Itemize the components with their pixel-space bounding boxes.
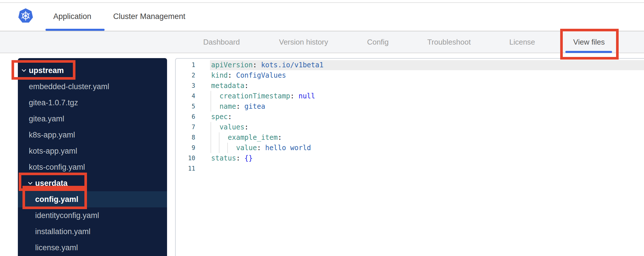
code-line-5: 5 name: gitea [176,101,644,112]
token-key: kind [211,71,228,79]
code-line-4: 4 creationTimestamp: null [176,91,644,101]
app-header: Application Cluster Management [0,3,644,31]
code-text: spec: [211,112,232,122]
tree-item-label: config.yaml [35,195,78,204]
line-number: 8 [176,132,195,143]
line-number: 2 [176,70,195,81]
token-sp [211,102,219,110]
token-key: name [219,102,236,110]
token-const: {} [240,154,253,162]
tree-item-label: gitea-1.0.7.tgz [29,98,78,107]
token-key: value [236,144,257,152]
line-number: 7 [176,122,195,132]
subnav-tab-license[interactable]: License [509,31,535,53]
chevron-down-icon [21,67,27,74]
line-number: 9 [176,143,195,153]
tree-item-identityconfig.yaml[interactable]: identityconfig.yaml [18,207,167,223]
code-line-7: 7 values: [176,122,644,132]
code-text: example_item: [211,132,282,143]
tree-item-label: kots-config.yaml [29,163,85,172]
active-header-tab-underline [46,29,105,31]
tree-item-upstream[interactable]: upstream [18,62,167,79]
tree-item-embedded-cluster.yaml[interactable]: embedded-cluster.yaml [18,79,167,95]
tree-item-label: kots-app.yaml [29,147,77,156]
chevron-down-icon [27,180,33,186]
line-number: 3 [176,81,195,91]
active-subnav-tab-underline [565,51,612,53]
token-p: : [257,144,261,152]
line-number: 1 [176,60,195,70]
token-p: : [228,71,232,79]
token-p: : [236,154,240,162]
token-p: : [253,61,257,69]
tree-item-label: userdata [35,179,68,188]
token-p: : [278,133,282,142]
file-tree-sidebar: upstreamembedded-cluster.yamlgitea-1.0.7… [18,58,167,256]
token-sp [211,92,219,100]
line-number: 5 [176,101,195,112]
tree-item-label: k8s-app.yaml [29,131,75,140]
code-line-1: 1apiVersion: kots.io/v1beta1 [176,60,644,70]
tree-item-label: gitea.yaml [29,114,64,123]
code-text: values: [211,122,249,132]
subnav-tab-label: Dashboard [203,38,240,47]
code-text: kind: ConfigValues [211,70,286,81]
token-str: hello world [261,144,311,152]
code-line-11: 11 [176,163,644,174]
token-key: values [219,123,245,131]
token-p: : [228,113,232,121]
token-sp [211,123,219,131]
subnav-tab-view-files[interactable]: View files [573,31,605,53]
tree-item-config.yaml[interactable]: config.yaml [18,191,167,207]
code-text: status: {} [211,153,253,163]
code-text: apiVersion: kots.io/v1beta1 [211,60,323,70]
line-number: 10 [176,153,195,163]
line-number: 11 [176,163,195,174]
tree-item-license.yaml[interactable]: license.yaml [18,240,167,256]
tree-item-label: embedded-cluster.yaml [29,82,109,91]
code-text: creationTimestamp: null [211,91,315,101]
code-line-10: 10status: {} [176,153,644,163]
kots-admin-console: Application Cluster Management Dashboard… [0,0,644,256]
tree-item-gitea.yaml[interactable]: gitea.yaml [18,111,167,127]
tree-item-kots-config.yaml[interactable]: kots-config.yaml [18,159,167,175]
code-line-2: 2kind: ConfigValues [176,70,644,81]
code-text: value: hello world [211,143,311,153]
code-text: name: gitea [211,101,265,112]
code-text: metadata: [211,81,249,91]
token-str: ConfigValues [232,71,286,79]
header-tab-cluster-management[interactable]: Cluster Management [113,3,185,30]
subnav-tab-label: Config [367,38,389,47]
subnav-tab-troubleshoot[interactable]: Troubleshoot [427,31,471,53]
token-sp [211,144,236,152]
file-viewer-editor[interactable]: 1apiVersion: kots.io/v1beta12kind: Confi… [175,58,644,256]
code-line-3: 3metadata: [176,81,644,91]
tree-item-kots-app.yaml[interactable]: kots-app.yaml [18,143,167,159]
subnav-tab-label: License [509,38,535,47]
code-line-9: 9 value: hello world [176,143,644,153]
token-key: example_item [228,133,278,142]
token-key: status [211,154,236,162]
tree-item-gitea-1.0.7.tgz[interactable]: gitea-1.0.7.tgz [18,95,167,111]
tree-item-installation.yaml[interactable]: installation.yaml [18,223,167,240]
tree-item-label: license.yaml [35,243,78,252]
subnav-tab-label: View files [573,38,605,47]
tree-item-userdata[interactable]: userdata [18,175,167,191]
tree-item-k8s-app.yaml[interactable]: k8s-app.yaml [18,127,167,143]
subnav-tab-config[interactable]: Config [367,31,389,53]
token-str: kots.io/v1beta1 [257,61,323,69]
token-p: : [245,123,249,131]
line-number: 4 [176,91,195,101]
header-tab-label: Cluster Management [113,12,185,21]
subnav-tab-dashboard[interactable]: Dashboard [203,31,240,53]
subnav-tab-version-history[interactable]: Version history [279,31,328,53]
kubernetes-logo-icon [18,8,33,24]
token-key: metadata [211,82,245,90]
tree-item-label: identityconfig.yaml [35,211,99,220]
token-p: : [290,92,294,100]
subnav-tab-label: Version history [279,38,328,47]
token-const: null [294,92,315,100]
line-number: 6 [176,112,195,122]
header-tab-application[interactable]: Application [53,3,91,30]
code-line-8: 8 example_item: [176,132,644,143]
